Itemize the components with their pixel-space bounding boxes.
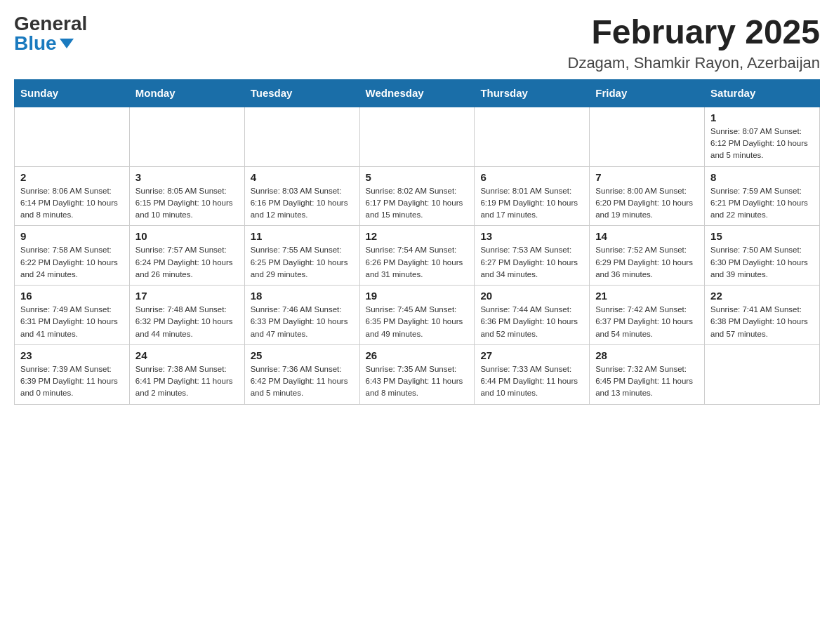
- day-info: Sunrise: 8:05 AM Sunset: 6:15 PM Dayligh…: [135, 185, 239, 222]
- day-number: 15: [710, 230, 814, 242]
- day-info: Sunrise: 8:02 AM Sunset: 6:17 PM Dayligh…: [366, 185, 469, 222]
- calendar-cell-w1-d2: [129, 107, 244, 166]
- day-number: 13: [480, 230, 583, 242]
- calendar-cell-w2-d5: 6Sunrise: 8:01 AM Sunset: 6:19 PM Daylig…: [475, 166, 590, 226]
- calendar-cell-w1-d5: [475, 107, 590, 166]
- day-number: 9: [20, 230, 124, 242]
- calendar-cell-w1-d6: [590, 107, 705, 166]
- day-info: Sunrise: 7:38 AM Sunset: 6:41 PM Dayligh…: [135, 363, 239, 400]
- day-info: Sunrise: 7:57 AM Sunset: 6:24 PM Dayligh…: [135, 244, 239, 281]
- calendar-cell-w2-d2: 3Sunrise: 8:05 AM Sunset: 6:15 PM Daylig…: [129, 166, 244, 226]
- calendar-cell-w4-d5: 20Sunrise: 7:44 AM Sunset: 6:36 PM Dayli…: [475, 286, 590, 345]
- day-number: 17: [135, 290, 239, 302]
- week-row-3: 9Sunrise: 7:58 AM Sunset: 6:22 PM Daylig…: [15, 226, 820, 286]
- col-saturday: Saturday: [705, 79, 820, 107]
- calendar-cell-w5-d3: 25Sunrise: 7:36 AM Sunset: 6:42 PM Dayli…: [244, 344, 359, 404]
- day-number: 24: [135, 349, 239, 361]
- calendar-cell-w5-d2: 24Sunrise: 7:38 AM Sunset: 6:41 PM Dayli…: [129, 344, 244, 404]
- calendar-cell-w4-d4: 19Sunrise: 7:45 AM Sunset: 6:35 PM Dayli…: [359, 286, 475, 345]
- logo-general: General: [14, 14, 87, 34]
- day-info: Sunrise: 7:59 AM Sunset: 6:21 PM Dayligh…: [710, 185, 814, 222]
- page-header: General Blue February 2025 Dzagam, Shamk…: [14, 14, 820, 72]
- calendar-header: Sunday Monday Tuesday Wednesday Thursday…: [15, 79, 820, 107]
- day-info: Sunrise: 7:44 AM Sunset: 6:36 PM Dayligh…: [480, 304, 583, 340]
- day-info: Sunrise: 7:33 AM Sunset: 6:44 PM Dayligh…: [480, 363, 583, 400]
- day-info: Sunrise: 7:48 AM Sunset: 6:32 PM Dayligh…: [135, 304, 239, 340]
- day-info: Sunrise: 8:00 AM Sunset: 6:20 PM Dayligh…: [595, 185, 699, 222]
- logo-blue: Blue: [14, 34, 87, 53]
- day-info: Sunrise: 7:36 AM Sunset: 6:42 PM Dayligh…: [251, 363, 354, 400]
- calendar-cell-w1-d7: 1Sunrise: 8:07 AM Sunset: 6:12 PM Daylig…: [705, 107, 820, 166]
- page-title: February 2025: [568, 14, 821, 51]
- day-info: Sunrise: 7:53 AM Sunset: 6:27 PM Dayligh…: [480, 244, 583, 281]
- day-number: 4: [251, 171, 354, 183]
- day-info: Sunrise: 8:03 AM Sunset: 6:16 PM Dayligh…: [251, 185, 354, 222]
- day-number: 8: [710, 171, 814, 183]
- day-number: 6: [480, 171, 583, 183]
- day-number: 11: [251, 230, 354, 242]
- day-info: Sunrise: 7:32 AM Sunset: 6:45 PM Dayligh…: [595, 363, 699, 400]
- day-info: Sunrise: 7:58 AM Sunset: 6:22 PM Dayligh…: [20, 244, 124, 281]
- calendar-cell-w2-d4: 5Sunrise: 8:02 AM Sunset: 6:17 PM Daylig…: [359, 166, 475, 226]
- day-number: 25: [251, 349, 354, 361]
- day-number: 19: [366, 290, 469, 302]
- week-row-1: 1Sunrise: 8:07 AM Sunset: 6:12 PM Daylig…: [15, 107, 820, 166]
- day-number: 21: [595, 290, 699, 302]
- calendar-cell-w4-d3: 18Sunrise: 7:46 AM Sunset: 6:33 PM Dayli…: [244, 286, 359, 345]
- day-number: 12: [366, 230, 469, 242]
- calendar-cell-w1-d4: [359, 107, 475, 166]
- day-info: Sunrise: 7:50 AM Sunset: 6:30 PM Dayligh…: [710, 244, 814, 281]
- logo-triangle-icon: [60, 39, 74, 48]
- col-sunday: Sunday: [15, 79, 130, 107]
- day-number: 28: [595, 349, 699, 361]
- day-info: Sunrise: 8:06 AM Sunset: 6:14 PM Dayligh…: [20, 185, 124, 222]
- day-info: Sunrise: 8:01 AM Sunset: 6:19 PM Dayligh…: [480, 185, 583, 222]
- calendar-cell-w1-d1: [15, 107, 130, 166]
- calendar-cell-w4-d7: 22Sunrise: 7:41 AM Sunset: 6:38 PM Dayli…: [705, 286, 820, 345]
- calendar-cell-w3-d4: 12Sunrise: 7:54 AM Sunset: 6:26 PM Dayli…: [359, 226, 475, 286]
- week-row-2: 2Sunrise: 8:06 AM Sunset: 6:14 PM Daylig…: [15, 166, 820, 226]
- col-monday: Monday: [129, 79, 244, 107]
- day-info: Sunrise: 7:46 AM Sunset: 6:33 PM Dayligh…: [251, 304, 354, 340]
- day-number: 2: [20, 171, 124, 183]
- calendar-cell-w2-d6: 7Sunrise: 8:00 AM Sunset: 6:20 PM Daylig…: [590, 166, 705, 226]
- day-info: Sunrise: 7:52 AM Sunset: 6:29 PM Dayligh…: [595, 244, 699, 281]
- col-tuesday: Tuesday: [244, 79, 359, 107]
- calendar-table: Sunday Monday Tuesday Wednesday Thursday…: [14, 79, 820, 405]
- day-info: Sunrise: 7:54 AM Sunset: 6:26 PM Dayligh…: [366, 244, 469, 281]
- calendar-cell-w5-d1: 23Sunrise: 7:39 AM Sunset: 6:39 PM Dayli…: [15, 344, 130, 404]
- calendar-cell-w2-d1: 2Sunrise: 8:06 AM Sunset: 6:14 PM Daylig…: [15, 166, 130, 226]
- calendar-cell-w5-d4: 26Sunrise: 7:35 AM Sunset: 6:43 PM Dayli…: [359, 344, 475, 404]
- calendar-cell-w3-d6: 14Sunrise: 7:52 AM Sunset: 6:29 PM Dayli…: [590, 226, 705, 286]
- calendar-cell-w2-d3: 4Sunrise: 8:03 AM Sunset: 6:16 PM Daylig…: [244, 166, 359, 226]
- day-number: 26: [366, 349, 469, 361]
- calendar-cell-w3-d1: 9Sunrise: 7:58 AM Sunset: 6:22 PM Daylig…: [15, 226, 130, 286]
- day-info: Sunrise: 7:55 AM Sunset: 6:25 PM Dayligh…: [251, 244, 354, 281]
- calendar-cell-w4-d1: 16Sunrise: 7:49 AM Sunset: 6:31 PM Dayli…: [15, 286, 130, 345]
- day-info: Sunrise: 7:42 AM Sunset: 6:37 PM Dayligh…: [595, 304, 699, 340]
- day-info: Sunrise: 7:39 AM Sunset: 6:39 PM Dayligh…: [20, 363, 124, 400]
- col-thursday: Thursday: [475, 79, 590, 107]
- day-info: Sunrise: 7:45 AM Sunset: 6:35 PM Dayligh…: [366, 304, 469, 340]
- col-friday: Friday: [590, 79, 705, 107]
- calendar-cell-w3-d5: 13Sunrise: 7:53 AM Sunset: 6:27 PM Dayli…: [475, 226, 590, 286]
- days-of-week-row: Sunday Monday Tuesday Wednesday Thursday…: [15, 79, 820, 107]
- day-info: Sunrise: 8:07 AM Sunset: 6:12 PM Dayligh…: [710, 126, 814, 162]
- week-row-5: 23Sunrise: 7:39 AM Sunset: 6:39 PM Dayli…: [15, 344, 820, 404]
- page-subtitle: Dzagam, Shamkir Rayon, Azerbaijan: [568, 54, 821, 72]
- calendar-cell-w4-d6: 21Sunrise: 7:42 AM Sunset: 6:37 PM Dayli…: [590, 286, 705, 345]
- calendar-cell-w5-d6: 28Sunrise: 7:32 AM Sunset: 6:45 PM Dayli…: [590, 344, 705, 404]
- calendar-cell-w2-d7: 8Sunrise: 7:59 AM Sunset: 6:21 PM Daylig…: [705, 166, 820, 226]
- day-number: 1: [710, 112, 814, 123]
- calendar-cell-w3-d7: 15Sunrise: 7:50 AM Sunset: 6:30 PM Dayli…: [705, 226, 820, 286]
- day-number: 20: [480, 290, 583, 302]
- day-number: 7: [595, 171, 699, 183]
- day-number: 10: [135, 230, 239, 242]
- day-info: Sunrise: 7:41 AM Sunset: 6:38 PM Dayligh…: [710, 304, 814, 340]
- day-number: 16: [20, 290, 124, 302]
- day-number: 5: [366, 171, 469, 183]
- day-info: Sunrise: 7:49 AM Sunset: 6:31 PM Dayligh…: [20, 304, 124, 340]
- col-wednesday: Wednesday: [359, 79, 475, 107]
- calendar-cell-w3-d2: 10Sunrise: 7:57 AM Sunset: 6:24 PM Dayli…: [129, 226, 244, 286]
- day-number: 27: [480, 349, 583, 361]
